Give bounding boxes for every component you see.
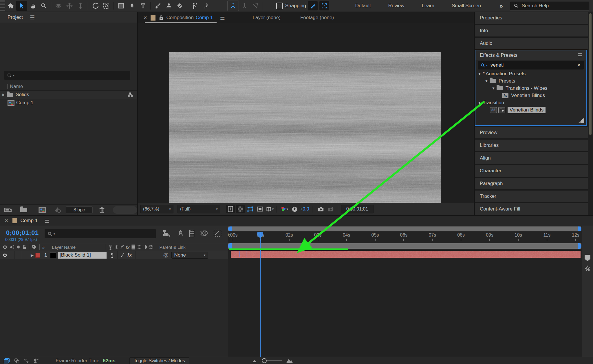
- current-timecode[interactable]: 0;00;01;01: [6, 229, 39, 237]
- search-options-caret-icon[interactable]: ▾: [13, 74, 14, 77]
- choose-grid-guides-icon[interactable]: ▾: [266, 205, 274, 213]
- panel-menu-icon[interactable]: ☰: [220, 14, 225, 21]
- comp-mini-flowchart-icon[interactable]: [163, 230, 170, 237]
- magnification-dropdown[interactable]: (66,7%)▾: [140, 205, 173, 213]
- comp-marker-bin-icon[interactable]: [584, 255, 591, 261]
- effects-column-icon[interactable]: fx: [126, 245, 129, 250]
- quality-column-icon[interactable]: [120, 245, 124, 249]
- region-of-interest-icon[interactable]: [256, 205, 264, 213]
- comp-button-icon[interactable]: [584, 265, 591, 271]
- workspace-tab-default[interactable]: Default: [347, 3, 380, 9]
- project-item-solids[interactable]: ▶ Solids: [0, 91, 137, 99]
- show-channel-icon[interactable]: ▾: [280, 205, 289, 213]
- pick-whip-icon[interactable]: @: [163, 252, 169, 258]
- frame-blend-icon[interactable]: [189, 230, 195, 237]
- motion-blur-column-icon[interactable]: [136, 245, 142, 249]
- interpret-footage-icon[interactable]: [4, 207, 12, 213]
- project-item-comp1[interactable]: Comp 1: [0, 99, 137, 107]
- scrollbar-right-cap[interactable]: [578, 226, 581, 231]
- tree-group-animation-presets[interactable]: ▼ * Animation Presets: [475, 70, 586, 77]
- solid-color-swatch[interactable]: [50, 252, 56, 258]
- parent-link-column-label[interactable]: Parent & Link: [159, 245, 185, 250]
- workspace-overflow-icon[interactable]: »: [499, 2, 502, 9]
- layer-label-color[interactable]: [35, 253, 40, 258]
- eraser-tool[interactable]: [174, 1, 185, 11]
- scrollbar-left-cap[interactable]: [228, 226, 232, 231]
- composition-tab-comp-name[interactable]: Comp 1: [196, 15, 213, 21]
- fast-previews-icon[interactable]: [226, 205, 235, 213]
- local-axis-mode-icon[interactable]: [227, 1, 239, 11]
- workspace-tab-small-screen[interactable]: Small Screen: [443, 3, 490, 9]
- parent-link-dropdown[interactable]: None▾: [171, 252, 208, 259]
- clone-stamp-tool[interactable]: [163, 1, 174, 11]
- snapshot-icon[interactable]: [316, 205, 325, 213]
- video-column-icon[interactable]: [2, 245, 8, 249]
- hand-tool[interactable]: [27, 1, 38, 11]
- playhead-line[interactable]: [260, 232, 261, 357]
- effects-presets-header[interactable]: Effects & Presets ☰: [475, 50, 586, 60]
- search-options-caret-icon[interactable]: ▾: [486, 64, 488, 67]
- rectangle-tool[interactable]: [116, 1, 127, 11]
- collapse-transformations-column-icon[interactable]: [114, 245, 119, 249]
- motion-blur-icon[interactable]: [200, 230, 208, 237]
- new-composition-icon[interactable]: [39, 207, 46, 213]
- flowchart-icon[interactable]: [127, 92, 133, 97]
- project-search-field[interactable]: ▾: [4, 71, 130, 80]
- puppet-pin-tool[interactable]: [200, 1, 211, 11]
- composition-tab-label[interactable]: Composition: [166, 15, 194, 21]
- panel-header-audio[interactable]: Audio: [475, 38, 588, 49]
- close-tab-icon[interactable]: ✕: [143, 15, 147, 21]
- selected-effect-name[interactable]: Venetian Blinds: [508, 107, 546, 113]
- layer-tab[interactable]: Layer (none): [252, 15, 280, 21]
- camera-tool[interactable]: [101, 1, 112, 11]
- mask-visibility-icon[interactable]: [246, 205, 255, 213]
- footage-tab[interactable]: Footage (none): [300, 15, 334, 21]
- viewer-time-display[interactable]: 0;00;01;01: [341, 205, 374, 213]
- zoom-in-mountain-icon[interactable]: [286, 358, 293, 363]
- panel-menu-icon[interactable]: ☰: [30, 14, 35, 21]
- type-tool[interactable]: [138, 1, 149, 11]
- orbit-camera-tool[interactable]: [53, 1, 64, 11]
- tree-folder-transitions-wipes[interactable]: ▼ Transitions - Wipes: [475, 85, 586, 92]
- chevron-down-icon[interactable]: ▼: [478, 101, 481, 105]
- shy-column-icon[interactable]: [108, 245, 113, 250]
- transparency-grid-icon[interactable]: [236, 205, 245, 213]
- new-folder-icon[interactable]: [20, 208, 27, 212]
- world-axis-mode-icon[interactable]: [239, 1, 250, 11]
- panel-menu-icon[interactable]: ☰: [578, 52, 583, 59]
- snap-arrow-icon[interactable]: [308, 1, 318, 10]
- panel-header-libraries[interactable]: Libraries: [475, 140, 588, 151]
- solo-column-icon[interactable]: [17, 246, 20, 248]
- frame-blend-column-icon[interactable]: [131, 244, 135, 250]
- composition-view-area[interactable]: [138, 23, 474, 203]
- chevron-down-icon[interactable]: ▼: [478, 72, 481, 76]
- layer-effects-toggle[interactable]: fx: [127, 252, 132, 258]
- clear-search-icon[interactable]: ✕: [577, 63, 581, 68]
- project-bpc-button[interactable]: 8 bpc: [66, 206, 93, 213]
- project-name-column-header[interactable]: Name: [0, 83, 137, 91]
- label-column-icon[interactable]: [32, 245, 37, 250]
- layer-shy-toggle[interactable]: [110, 253, 114, 258]
- effects-search-field[interactable]: ▾ veneti ✕: [478, 61, 584, 69]
- time-ruler[interactable]: 0:00s01s02s03s04s05s06s07s08s09s10s11s12…: [228, 232, 582, 242]
- exchange-icon[interactable]: [24, 358, 29, 364]
- pen-tool[interactable]: [127, 1, 138, 11]
- timeline-empty-rows[interactable]: [0, 259, 228, 357]
- search-options-caret-icon[interactable]: ▾: [54, 232, 55, 235]
- layer-video-toggle[interactable]: [2, 253, 8, 257]
- adjustment-layer-column-icon[interactable]: [143, 245, 147, 249]
- number-column-label[interactable]: #: [42, 245, 45, 250]
- panel-resize-corner-icon[interactable]: [578, 118, 584, 123]
- show-snapshot-icon[interactable]: [326, 205, 335, 213]
- panel-header-align[interactable]: Align: [475, 152, 588, 164]
- panel-header-character[interactable]: Character: [475, 165, 588, 177]
- dolly-camera-tool[interactable]: [75, 1, 86, 11]
- project-settings-icon[interactable]: [54, 207, 61, 213]
- render-queue-icon[interactable]: [33, 358, 39, 364]
- home-icon[interactable]: [5, 1, 16, 11]
- layer-row-black-solid-1[interactable]: ▶ 1 [Black Solid 1] fx @ None▾: [0, 251, 228, 259]
- graph-editor-icon[interactable]: [214, 230, 221, 237]
- in-out-icon[interactable]: [14, 358, 20, 364]
- project-panel-header[interactable]: Project ☰: [0, 12, 137, 23]
- zoom-tool[interactable]: [38, 1, 49, 11]
